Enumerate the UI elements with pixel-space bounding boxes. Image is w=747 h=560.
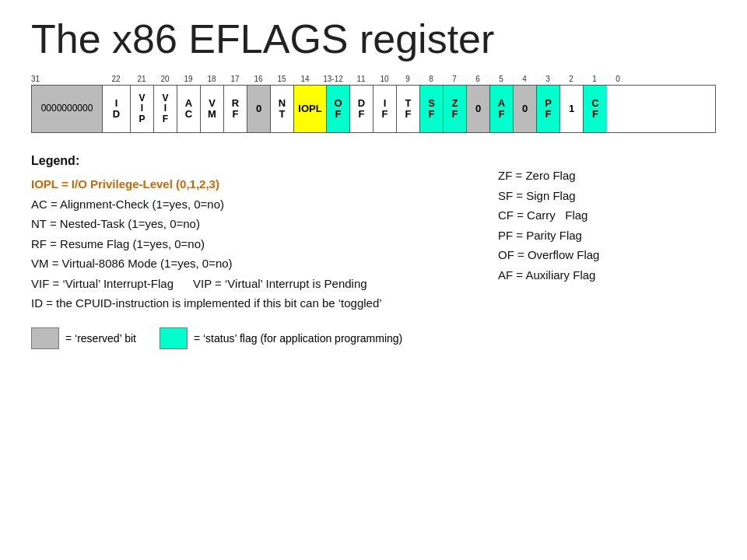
- reserved-label: = ‘reserved’ bit: [65, 332, 136, 345]
- legend-ac: AC = Alignment-Check (1=yes, 0=no): [31, 194, 498, 215]
- status-label: = ‘status’ flag (for application program…: [194, 332, 402, 345]
- cell-id: I D: [103, 86, 131, 132]
- bit-num-21: 21: [130, 75, 153, 83]
- cell-af: A F: [490, 86, 514, 132]
- cell-vip: V I P: [131, 86, 154, 132]
- cell-pf: P F: [537, 86, 560, 132]
- bit-num-19: 19: [177, 75, 200, 83]
- register-container: 31 22 21 20 19 18 17 16 15 14 13-12 11 1…: [31, 75, 716, 133]
- legend-of: OF = Overflow Flag: [498, 245, 716, 265]
- reserved-color-box: [31, 327, 59, 349]
- cell-one: 1: [560, 86, 584, 132]
- bit-num-8: 8: [419, 75, 443, 83]
- cell-of: O F: [327, 86, 350, 132]
- cell-zf: Z F: [444, 86, 467, 132]
- cell-reserved-high: 0000000000: [32, 86, 103, 132]
- cell-ac: A C: [177, 86, 201, 132]
- legend-sf: SF = Sign Flag: [498, 186, 716, 206]
- legend-title: Legend:: [31, 150, 498, 171]
- cell-rf: R F: [224, 86, 247, 132]
- bit-num-2: 2: [559, 75, 583, 83]
- bit-num-18: 18: [200, 75, 223, 83]
- bit-num-15: 15: [270, 75, 293, 83]
- legend-left: Legend: IOPL = I/O Privilege-Level (0,1,…: [31, 150, 498, 313]
- bit-num-13-12: 13-12: [317, 75, 349, 83]
- page-title: The x86 EFLAGS register: [31, 16, 716, 62]
- register-row: 0000000000 I D V I P V I F A C V M R F 0…: [31, 85, 716, 133]
- bit-num-4: 4: [513, 75, 536, 83]
- legend-zf: ZF = Zero Flag: [498, 166, 716, 186]
- legend-nt: NT = Nested-Task (1=yes, 0=no): [31, 214, 498, 234]
- bit-num-10: 10: [373, 75, 396, 83]
- cell-vif: V I F: [154, 86, 177, 132]
- legend-af: AF = Auxiliary Flag: [498, 265, 716, 285]
- bit-num-3: 3: [536, 75, 559, 83]
- bit-num-14: 14: [293, 75, 317, 83]
- bit-num-20: 20: [153, 75, 177, 83]
- bit-num-6: 6: [466, 75, 489, 83]
- cell-df: D F: [350, 86, 374, 132]
- cell-reserved-3: 0: [514, 86, 537, 132]
- page: The x86 EFLAGS register 31 22 21 20 19 1…: [0, 0, 747, 560]
- bit-num-31: 31: [31, 75, 102, 83]
- reserved-color-item: = ‘reserved’ bit: [31, 327, 136, 349]
- bit-num-1: 1: [583, 75, 606, 83]
- legend-cf: CF = Carry Flag: [498, 205, 716, 226]
- legend-vif-vip: VIF = ‘Virtual’ Interrupt-Flag VIP = ‘Vi…: [31, 274, 498, 294]
- bit-num-11: 11: [349, 75, 373, 83]
- bit-num-22: 22: [102, 75, 130, 83]
- bit-num-7: 7: [443, 75, 466, 83]
- legend-section: Legend: IOPL = I/O Privilege-Level (0,1,…: [31, 150, 716, 313]
- cell-vm: V M: [201, 86, 224, 132]
- bit-num-16: 16: [247, 75, 270, 83]
- cell-iopl: IOPL: [294, 86, 327, 132]
- color-legend: = ‘reserved’ bit = ‘status’ flag (for ap…: [31, 327, 716, 349]
- legend-right: ZF = Zero Flag SF = Sign Flag CF = Carry…: [498, 150, 716, 313]
- cell-nt: N T: [271, 86, 294, 132]
- cell-if: I F: [374, 86, 397, 132]
- bit-num-5: 5: [489, 75, 513, 83]
- cell-cf: C F: [584, 86, 607, 132]
- status-color-item: = ‘status’ flag (for application program…: [160, 327, 402, 349]
- legend-vm: VM = Virtual-8086 Mode (1=yes, 0=no): [31, 254, 498, 274]
- legend-iopl: IOPL = I/O Privilege-Level (0,1,2,3): [31, 174, 498, 194]
- status-color-box: [160, 327, 188, 349]
- legend-pf: PF = Parity Flag: [498, 226, 716, 246]
- legend-id: ID = the CPUID-instruction is implemente…: [31, 293, 498, 313]
- legend-rf: RF = Resume Flag (1=yes, 0=no): [31, 234, 498, 254]
- bit-num-9: 9: [396, 75, 419, 83]
- bit-num-17: 17: [223, 75, 247, 83]
- cell-tf: T F: [397, 86, 420, 132]
- cell-reserved-16: 0: [247, 86, 271, 132]
- cell-reserved-5: 0: [467, 86, 490, 132]
- bit-num-0: 0: [606, 75, 630, 83]
- cell-sf: S F: [420, 86, 444, 132]
